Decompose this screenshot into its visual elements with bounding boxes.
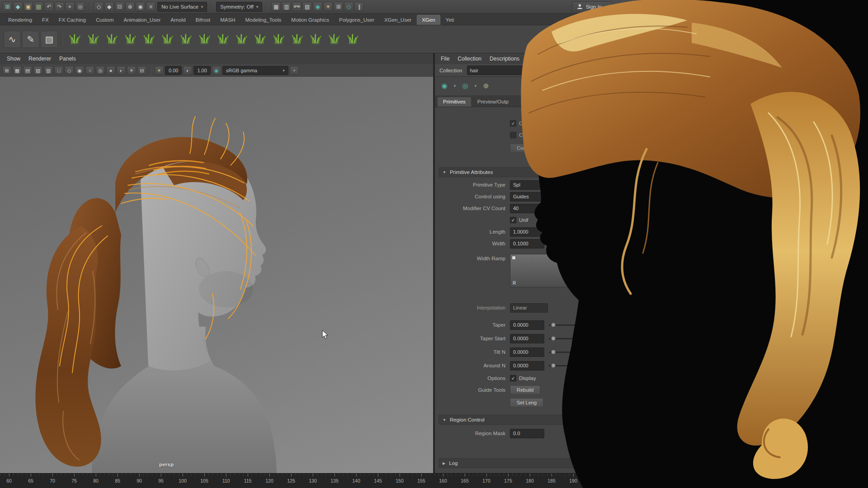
shelf-tab-mash[interactable]: MASH xyxy=(216,15,240,25)
timeline-tick[interactable] xyxy=(139,474,140,477)
rebuild-button[interactable]: Rebuild xyxy=(510,385,540,394)
tilt-n-slider[interactable] xyxy=(549,352,588,353)
menu-renderer[interactable]: Renderer xyxy=(24,56,55,62)
timeline-tick[interactable] xyxy=(486,474,487,477)
render-view-icon[interactable]: ▦ xyxy=(271,2,281,11)
shelf-tab-fx-caching[interactable]: FX Caching xyxy=(54,15,90,25)
timeline-frame-label[interactable]: 165 xyxy=(461,478,469,483)
length-field[interactable]: 1.0000 xyxy=(510,227,544,237)
coil-modifier-icon[interactable] xyxy=(251,31,269,48)
snap-grid-icon[interactable]: ⊞ xyxy=(3,2,12,11)
display-checkbox[interactable] xyxy=(510,375,516,381)
timeline-frame-label[interactable]: 160 xyxy=(439,478,447,483)
gamma-icon[interactable]: ◐ xyxy=(183,66,192,75)
shelf-tab-xgen-user[interactable]: XGen_User xyxy=(380,15,416,25)
timeline-tick[interactable] xyxy=(421,474,422,477)
shelf-tab-polygons-user[interactable]: Polygons_User xyxy=(335,15,379,25)
caret-icon[interactable]: ▾ xyxy=(452,80,458,92)
primitive-type-dropdown[interactable]: Spl xyxy=(510,180,571,190)
panel-layout-icon[interactable]: ⊞ xyxy=(2,66,11,75)
length-brush-icon[interactable] xyxy=(159,31,176,48)
timeline-frame-label[interactable]: 115 xyxy=(244,478,252,483)
shelf-tab-arnold[interactable]: Arnold xyxy=(166,15,190,25)
toolbox-icon[interactable]: ◇ xyxy=(344,2,354,11)
shelf-tab-animation-user[interactable]: Animation_User xyxy=(119,15,165,25)
timeline-frame-label[interactable]: 190 xyxy=(569,478,577,483)
timeline-frame-label[interactable]: 120 xyxy=(265,478,274,483)
textured-icon[interactable]: ◐ xyxy=(117,66,126,75)
timeline-frame-label[interactable]: 100 xyxy=(179,478,187,483)
undo-icon[interactable]: ↶ xyxy=(44,2,54,11)
timeline-tick[interactable] xyxy=(313,474,313,477)
clump-modifier-icon[interactable] xyxy=(214,31,231,48)
timeline-tick[interactable] xyxy=(530,474,530,477)
timeline-frame-label[interactable]: 90 xyxy=(137,478,142,483)
resolution-gate-icon[interactable]: ◉ xyxy=(75,66,84,75)
region-mask-field[interactable]: 0.0 xyxy=(510,429,544,438)
shadows-icon[interactable]: ⊟ xyxy=(137,66,146,75)
timeline-tick[interactable] xyxy=(204,474,205,477)
lighting-icon[interactable]: ☀ xyxy=(127,66,136,75)
create-description-icon[interactable] xyxy=(66,31,83,48)
timeline-frame-label[interactable]: 145 xyxy=(374,478,382,483)
modifier-cv-count-field[interactable]: 40 xyxy=(510,204,544,213)
shelf-tab-motion-graphics[interactable]: Motion Graphics xyxy=(287,15,334,25)
timeline-frame-label[interactable]: 105 xyxy=(200,478,208,483)
timeline-frame-label[interactable]: 135 xyxy=(330,478,339,483)
select-object-icon[interactable]: ◆ xyxy=(104,2,114,11)
control-using-dropdown[interactable]: Guides xyxy=(510,192,571,202)
timeline-frame-label[interactable]: 60 xyxy=(6,478,12,483)
shelf-tab-xgen[interactable]: XGen xyxy=(417,15,440,25)
timeline-tick[interactable] xyxy=(161,474,161,477)
width-field[interactable]: 0.1000 xyxy=(510,239,544,249)
description-visibility-icon[interactable]: ◉ xyxy=(439,80,450,92)
guides-from-curves-icon[interactable] xyxy=(307,31,324,48)
curves-from-guides-icon[interactable] xyxy=(326,31,343,48)
timeline-frame-label[interactable]: 175 xyxy=(504,478,512,483)
section-primitive-attributes[interactable]: ▼ Primitive Attributes xyxy=(439,167,864,177)
refresh-preview-icon[interactable] xyxy=(288,31,306,48)
timeline-frame-label[interactable]: 125 xyxy=(287,478,295,483)
width-ramp-widget[interactable]: R xyxy=(510,254,570,287)
timeline-tick[interactable] xyxy=(183,474,183,477)
timeline-tick[interactable] xyxy=(118,474,118,477)
menu-collection[interactable]: Collection xyxy=(453,56,486,62)
exposure-icon[interactable]: ☀ xyxy=(155,66,164,75)
timeline-tick[interactable] xyxy=(9,474,9,477)
checkbox[interactable] xyxy=(510,132,516,138)
display-layers-icon[interactable]: ⊞ xyxy=(334,2,343,11)
timeline-tick[interactable] xyxy=(31,474,31,477)
file-save-icon[interactable]: ▣ xyxy=(24,2,33,11)
around-n-slider[interactable] xyxy=(549,365,588,366)
bookmark-icon[interactable]: ▧ xyxy=(33,66,42,75)
timeline-frame-label[interactable]: 95 xyxy=(158,478,164,483)
timeline-frame-label[interactable]: 110 xyxy=(222,478,230,483)
toolbar-overflow-icon[interactable]: ▾ xyxy=(290,66,299,75)
timeline-tick[interactable] xyxy=(269,474,270,477)
edit-guides-icon[interactable] xyxy=(103,31,120,48)
shaded-icon[interactable]: ● xyxy=(106,66,115,75)
create-description-icon[interactable]: ⊕ xyxy=(480,80,492,92)
wireframe-icon[interactable]: ◎ xyxy=(96,66,105,75)
timeline-frame-label[interactable]: 85 xyxy=(115,478,120,483)
panel-divider[interactable] xyxy=(433,53,435,473)
timeline-frame-label[interactable]: 80 xyxy=(93,478,99,483)
render-settings-icon[interactable]: ▧ xyxy=(302,2,312,11)
timeline-frame-label[interactable]: 155 xyxy=(417,478,425,483)
timeline-tick[interactable] xyxy=(96,474,96,477)
ipr-render-icon[interactable]: IPR xyxy=(292,2,302,11)
caret-icon[interactable]: ▾ xyxy=(473,80,478,92)
taper-field[interactable]: 0.0000 xyxy=(510,320,544,330)
camera-attributes-icon[interactable]: ▤ xyxy=(23,66,32,75)
image-plane-icon[interactable]: ▥ xyxy=(44,66,53,75)
select-hierarchy-icon[interactable]: ◇ xyxy=(94,2,104,11)
timeline-tick[interactable] xyxy=(226,474,226,477)
timeline-tick[interactable] xyxy=(443,474,443,477)
uniform-cvs-checkbox[interactable] xyxy=(510,217,516,223)
timeline-tick[interactable] xyxy=(465,474,465,477)
view-cube-icon[interactable]: ▦ xyxy=(13,66,22,75)
timeline-tick[interactable] xyxy=(335,474,335,477)
select-tool-icon[interactable]: ⌖ xyxy=(65,2,75,11)
create-button[interactable]: Creat xyxy=(510,144,536,153)
gate-mask-icon[interactable]: ○ xyxy=(85,66,94,75)
